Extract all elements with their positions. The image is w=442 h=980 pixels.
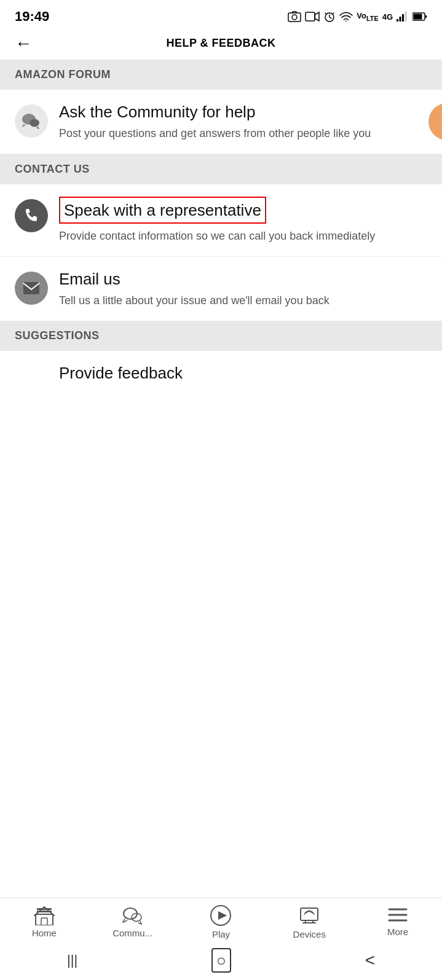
- tab-play-label: Play: [212, 929, 230, 939]
- tab-devices-label: Devices: [293, 929, 326, 939]
- wifi-icon: [339, 12, 353, 22]
- status-icons: VoLTE 4G: [288, 10, 427, 23]
- speak-rep-desc: Provide contact information so we can ca…: [59, 229, 427, 244]
- svg-rect-0: [288, 13, 301, 22]
- email-icon: [23, 281, 40, 295]
- svg-rect-6: [400, 17, 401, 22]
- speak-rep-content: Speak with a representative Provide cont…: [59, 197, 427, 245]
- ask-community-content: Ask the Community for help Post your que…: [59, 102, 427, 141]
- top-nav: ← HELP & FEEDBACK: [0, 31, 442, 60]
- provide-feedback-content: Provide feedback: [59, 363, 427, 387]
- speak-rep-title: Speak with a representative: [59, 197, 427, 224]
- speak-rep-item[interactable]: Speak with a representative Provide cont…: [0, 184, 442, 257]
- alarm-icon: [323, 10, 336, 23]
- svg-rect-13: [23, 282, 39, 294]
- content-area: AMAZON FORUM Ask the Community for help …: [0, 60, 442, 491]
- back-button[interactable]: ←: [15, 34, 32, 53]
- svg-point-12: [30, 119, 39, 127]
- provide-feedback-title: Provide feedback: [59, 363, 427, 383]
- tab-home[interactable]: Home: [14, 906, 75, 938]
- email-us-title: Email us: [59, 269, 427, 289]
- nav-tabs: Home Commu... Play: [0, 898, 442, 943]
- svg-point-4: [345, 21, 347, 22]
- tab-community[interactable]: Commu...: [102, 906, 164, 938]
- home-indicator[interactable]: ○: [211, 948, 231, 973]
- svg-rect-15: [41, 918, 47, 925]
- provide-feedback-item[interactable]: Provide feedback: [0, 351, 442, 411]
- amazon-forum-label: AMAZON FORUM: [15, 68, 111, 80]
- svg-rect-16: [37, 908, 52, 910]
- back-indicator[interactable]: |||: [67, 952, 77, 968]
- amazon-forum-section-header: AMAZON FORUM: [0, 60, 442, 90]
- svg-rect-14: [36, 914, 53, 925]
- svg-rect-17: [37, 911, 52, 912]
- suggestions-section-header: SUGGESTIONS: [0, 321, 442, 351]
- svg-point-1: [292, 15, 297, 20]
- play-icon: [210, 904, 232, 927]
- network-type-icon: 4G: [382, 12, 393, 22]
- page-title: HELP & FEEDBACK: [166, 37, 275, 50]
- ask-community-item[interactable]: Ask the Community for help Post your que…: [0, 90, 442, 154]
- tab-community-label: Commu...: [112, 928, 152, 938]
- email-icon-wrap: [15, 272, 48, 305]
- svg-rect-5: [397, 19, 398, 22]
- svg-rect-8: [405, 12, 407, 22]
- ask-community-desc: Post your questions and get answers from…: [59, 126, 427, 141]
- svg-rect-10: [414, 14, 422, 20]
- phone-icon: [23, 207, 40, 224]
- status-time: 19:49: [15, 9, 49, 25]
- bottom-nav: Home Commu... Play: [0, 898, 442, 980]
- system-nav-bar: ||| ○ <: [0, 943, 442, 980]
- suggestions-label: SUGGESTIONS: [15, 329, 100, 342]
- svg-rect-7: [402, 14, 404, 22]
- video-icon: [305, 12, 320, 22]
- volte-icon: VoLTE: [357, 11, 378, 22]
- svg-rect-2: [306, 12, 315, 21]
- community-icon: [21, 112, 42, 130]
- notification-dot: [428, 103, 442, 140]
- photo-icon: [288, 11, 301, 22]
- tab-more[interactable]: More: [367, 907, 428, 937]
- tab-devices[interactable]: Devices: [278, 904, 340, 939]
- phone-icon-wrap: [15, 199, 48, 232]
- signal-icon: [397, 12, 409, 22]
- tab-more-label: More: [387, 927, 408, 937]
- battery-icon: [412, 12, 427, 21]
- more-icon: [387, 907, 409, 924]
- speak-rep-highlight: Speak with a representative: [59, 197, 266, 224]
- contact-us-label: CONTACT US: [15, 163, 90, 175]
- svg-marker-21: [218, 911, 227, 920]
- email-us-item[interactable]: Email us Tell us a little about your iss…: [0, 257, 442, 321]
- community-nav-icon: [122, 906, 144, 925]
- home-icon: [33, 906, 55, 925]
- recent-indicator[interactable]: <: [365, 951, 375, 970]
- contact-us-section-header: CONTACT US: [0, 154, 442, 184]
- status-bar: 19:49 VoLTE 4G: [0, 0, 442, 31]
- community-icon-wrap: [15, 104, 48, 138]
- devices-icon: [298, 904, 320, 927]
- tab-play[interactable]: Play: [190, 904, 251, 939]
- email-us-content: Email us Tell us a little about your iss…: [59, 269, 427, 308]
- ask-community-title: Ask the Community for help: [59, 102, 427, 122]
- tab-home-label: Home: [32, 928, 57, 938]
- svg-rect-22: [301, 908, 318, 920]
- email-us-desc: Tell us a little about your issue and we…: [59, 293, 427, 308]
